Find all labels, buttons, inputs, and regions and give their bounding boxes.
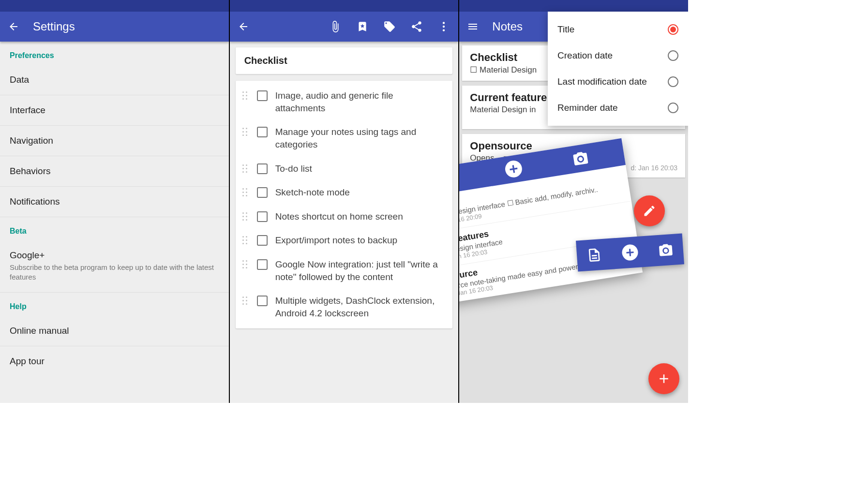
checkbox[interactable] <box>257 235 268 246</box>
checklist: Image, audio and generic file attachment… <box>236 81 453 328</box>
checklist-text: Google Now integration: just tell "write… <box>275 258 446 283</box>
svg-point-0 <box>443 22 445 24</box>
section-header-preferences: Preferences <box>0 42 229 65</box>
share-icon[interactable] <box>410 20 423 33</box>
checklist-item[interactable]: Multiple widgets, DashClock extension, A… <box>236 289 453 325</box>
radio-icon <box>668 50 678 61</box>
status-bar <box>230 0 459 12</box>
sort-menu: Title Creation date Last modification da… <box>548 12 688 126</box>
back-icon[interactable] <box>238 21 249 32</box>
checklist-item[interactable]: Export/import notes to backup <box>236 228 453 252</box>
checklist-item[interactable]: To-do list <box>236 157 453 181</box>
radio-icon <box>668 76 678 87</box>
checklist-text: Manage your notes using tags and categor… <box>275 126 446 150</box>
sort-option-title[interactable]: Title <box>548 16 688 43</box>
checklist-title: Checklist <box>236 47 453 74</box>
note-icon[interactable] <box>586 247 602 263</box>
category-icon[interactable] <box>356 20 369 33</box>
svg-point-4 <box>578 157 583 162</box>
settings-panel: Settings Preferences Data Interface Navi… <box>0 0 230 403</box>
attachment-icon[interactable] <box>329 20 342 33</box>
drag-handle-icon[interactable] <box>242 236 249 244</box>
add-icon[interactable] <box>503 159 524 179</box>
setting-google-plus[interactable]: Google+ Subscribe to the beta program to… <box>0 240 229 293</box>
camera-icon[interactable] <box>570 148 591 169</box>
checklist-text: To-do list <box>275 163 312 175</box>
checkbox[interactable] <box>257 127 268 137</box>
notes-panel: Notes Checklist ☐ Material Design Curren… <box>459 0 688 403</box>
checklist-text: Image, audio and generic file attachment… <box>275 89 446 114</box>
checklist-item[interactable]: Google Now integration: just tell "write… <box>236 252 453 289</box>
checklist-item[interactable]: Image, audio and generic file attachment… <box>236 84 453 120</box>
setting-data[interactable]: Data <box>0 65 229 95</box>
radio-icon <box>668 103 678 113</box>
checkbox[interactable] <box>257 163 268 174</box>
status-bar <box>459 0 688 12</box>
tag-icon[interactable] <box>383 20 396 33</box>
checklist-item[interactable]: Manage your notes using tags and categor… <box>236 120 453 156</box>
drag-handle-icon[interactable] <box>242 128 249 136</box>
status-bar <box>0 0 229 12</box>
checkbox[interactable] <box>257 90 268 101</box>
svg-point-2 <box>443 29 445 31</box>
checklist-item[interactable]: Notes shortcut on home screen <box>236 205 453 229</box>
checklist-panel: Checklist Image, audio and generic file … <box>230 0 460 403</box>
checklist-text: Multiple widgets, DashClock extension, A… <box>275 295 446 319</box>
section-header-beta: Beta <box>0 217 229 240</box>
checkbox[interactable] <box>257 259 268 270</box>
section-header-help: Help <box>0 293 229 316</box>
setting-notifications[interactable]: Notifications <box>0 187 229 217</box>
radio-icon <box>668 24 678 35</box>
setting-behaviors[interactable]: Behaviors <box>0 156 229 187</box>
drag-handle-icon[interactable] <box>242 164 249 173</box>
drag-handle-icon[interactable] <box>242 260 249 268</box>
drag-handle-icon[interactable] <box>242 296 249 305</box>
checkbox[interactable] <box>257 211 268 222</box>
notes-title: Notes <box>492 20 523 33</box>
checklist-text: Sketch-note mode <box>275 186 350 199</box>
svg-point-1 <box>443 26 445 28</box>
fab-edit-button[interactable] <box>634 195 665 226</box>
settings-list: Preferences Data Interface Navigation Be… <box>0 42 229 376</box>
add-icon[interactable] <box>621 243 639 262</box>
settings-app-bar: Settings <box>0 12 229 42</box>
setting-app-tour[interactable]: App tour <box>0 346 229 376</box>
checklist-title-card: Checklist <box>236 47 453 74</box>
hamburger-icon[interactable] <box>467 21 479 32</box>
setting-interface[interactable]: Interface <box>0 95 229 126</box>
overflow-icon[interactable] <box>437 20 451 33</box>
settings-title: Settings <box>33 20 75 33</box>
drag-handle-icon[interactable] <box>242 91 249 100</box>
camera-icon[interactable] <box>658 242 674 258</box>
setting-online-manual[interactable]: Online manual <box>0 316 229 346</box>
setting-navigation[interactable]: Navigation <box>0 126 229 156</box>
sort-option-reminder[interactable]: Reminder date <box>548 95 688 121</box>
checklist-text: Notes shortcut on home screen <box>275 210 403 223</box>
fab-add-button[interactable] <box>648 363 679 394</box>
checklist-item[interactable]: Sketch-note mode <box>236 180 453 205</box>
checkbox[interactable] <box>257 296 268 306</box>
drag-handle-icon[interactable] <box>242 188 249 196</box>
back-icon[interactable] <box>8 21 19 32</box>
sort-option-creation[interactable]: Creation date <box>548 43 688 69</box>
checkbox[interactable] <box>257 187 268 198</box>
checklist-text: Export/import notes to backup <box>275 234 397 247</box>
checklist-app-bar <box>230 12 459 42</box>
svg-point-6 <box>664 249 668 253</box>
drag-handle-icon[interactable] <box>242 212 249 221</box>
sort-option-modified[interactable]: Last modification date <box>548 69 688 95</box>
